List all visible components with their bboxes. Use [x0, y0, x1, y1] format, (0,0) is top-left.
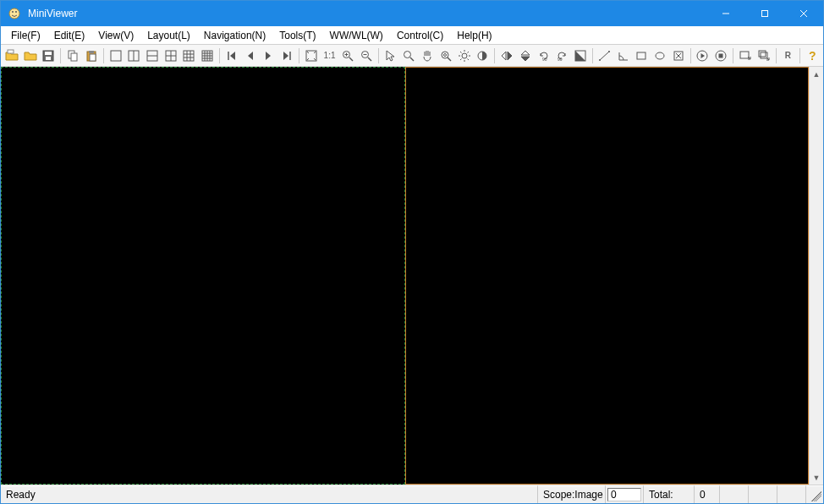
scroll-down-icon[interactable]: ▼ — [810, 470, 823, 485]
svg-point-48 — [442, 52, 448, 58]
status-ready: Ready — [1, 485, 538, 503]
layout-2x1-icon[interactable] — [143, 47, 162, 65]
zoom-tool-icon[interactable] — [400, 47, 419, 65]
statusbar: Ready Scope:Image 0 Total: 0 — [1, 485, 823, 503]
svg-point-0 — [9, 8, 19, 19]
annotate-rect-icon[interactable] — [632, 47, 651, 65]
scroll-up-icon[interactable]: ▲ — [810, 67, 823, 81]
menu-file[interactable]: File(F) — [4, 28, 47, 43]
svg-rect-7 — [8, 50, 14, 53]
menu-view[interactable]: View(V) — [91, 28, 140, 43]
help-icon[interactable]: ? — [803, 47, 821, 65]
menu-tools[interactable]: Tools(T) — [272, 28, 322, 43]
status-box-1 — [720, 485, 749, 503]
svg-text:90: 90 — [558, 57, 563, 62]
delete-annotation-icon[interactable] — [669, 47, 688, 65]
app-title: MiniViewer — [28, 8, 77, 19]
menu-help[interactable]: Help(H) — [450, 28, 498, 43]
window-buttons — [706, 1, 823, 26]
status-total-value: 0 — [695, 485, 720, 503]
app-icon — [8, 7, 21, 20]
paste-icon[interactable] — [82, 47, 101, 65]
measure-line-icon[interactable] — [596, 47, 614, 65]
nav-first-icon[interactable] — [222, 47, 241, 65]
menu-edit[interactable]: Edit(E) — [47, 28, 92, 43]
svg-point-1 — [12, 11, 14, 13]
layout-3x3-icon[interactable] — [180, 47, 199, 65]
status-box-2 — [749, 485, 777, 503]
menu-navigation[interactable]: Navigation(N) — [197, 28, 272, 43]
svg-rect-77 — [761, 52, 767, 58]
status-box-3 — [777, 485, 806, 503]
svg-point-46 — [404, 51, 411, 58]
layout-1x1-icon[interactable] — [107, 47, 125, 65]
svg-line-49 — [448, 58, 451, 61]
minimize-button[interactable] — [706, 1, 745, 26]
svg-line-47 — [410, 58, 414, 61]
nav-next-icon[interactable] — [260, 47, 278, 65]
open-folder-icon[interactable] — [21, 47, 40, 65]
svg-rect-14 — [89, 51, 94, 53]
svg-rect-16 — [111, 51, 121, 61]
fit-window-icon[interactable] — [302, 47, 321, 65]
svg-line-44 — [368, 58, 371, 61]
stop-icon[interactable] — [711, 47, 730, 65]
contrast-icon[interactable] — [474, 47, 492, 65]
export-series-icon[interactable] — [755, 47, 773, 65]
image-pane-right[interactable] — [405, 67, 810, 485]
zoom-in-icon[interactable] — [338, 47, 357, 65]
svg-rect-4 — [762, 11, 768, 17]
svg-text:90: 90 — [542, 57, 547, 62]
image-panes — [1, 67, 809, 485]
maximize-button[interactable] — [745, 1, 784, 26]
status-scope-value: 0 — [607, 488, 641, 501]
menu-wwwl[interactable]: WW/WL(W) — [323, 28, 390, 43]
svg-rect-76 — [759, 51, 766, 57]
vertical-scrollbar[interactable]: ▲ ▼ — [809, 67, 823, 485]
layout-4x4-icon[interactable] — [198, 47, 217, 65]
svg-rect-10 — [46, 57, 51, 60]
flip-horizontal-icon[interactable] — [497, 47, 516, 65]
svg-point-66 — [608, 51, 610, 52]
svg-point-51 — [462, 53, 467, 58]
svg-line-59 — [467, 52, 469, 53]
nav-last-icon[interactable] — [277, 47, 296, 65]
status-scope-value-cell: 0 — [606, 485, 644, 503]
svg-text:?: ? — [809, 49, 816, 63]
menu-layout[interactable]: Layout(L) — [140, 28, 197, 43]
svg-rect-15 — [90, 54, 96, 61]
resize-grip[interactable] — [806, 485, 823, 503]
play-icon[interactable] — [694, 47, 712, 65]
pointer-icon[interactable] — [382, 47, 400, 65]
invert-icon[interactable] — [571, 47, 590, 65]
status-scope-label: Scope:Image — [538, 485, 606, 503]
rotate-ccw-icon[interactable]: 90 — [535, 47, 553, 65]
reset-button[interactable]: R — [778, 47, 797, 65]
rotate-cw-icon[interactable]: 90 — [552, 47, 571, 65]
pan-icon[interactable] — [418, 47, 437, 65]
export-image-icon[interactable] — [736, 47, 755, 65]
close-button[interactable] — [784, 1, 823, 26]
menubar: File(F) Edit(E) View(V) Layout(L) Naviga… — [1, 26, 823, 45]
zoom-1-1-button[interactable]: 1:1 — [321, 47, 339, 65]
layout-1x2-icon[interactable] — [124, 47, 143, 65]
content-area: ▲ ▼ — [1, 67, 823, 485]
zoom-out-icon[interactable] — [357, 47, 376, 65]
svg-line-56 — [460, 52, 462, 53]
save-icon[interactable] — [39, 47, 58, 65]
svg-rect-67 — [637, 52, 645, 59]
layout-2x2-icon[interactable] — [162, 47, 180, 65]
open-dicomdir-icon[interactable] — [3, 47, 21, 65]
copy-icon[interactable] — [63, 47, 82, 65]
scroll-track[interactable] — [810, 81, 823, 470]
annotate-ellipse-icon[interactable] — [651, 47, 669, 65]
brightness-icon[interactable] — [455, 47, 474, 65]
svg-rect-9 — [45, 52, 52, 55]
nav-prev-icon[interactable] — [241, 47, 260, 65]
magnify-region-icon[interactable] — [437, 47, 455, 65]
measure-angle-icon[interactable] — [614, 47, 633, 65]
menu-control[interactable]: Control(C) — [390, 28, 450, 43]
image-pane-left[interactable] — [1, 67, 405, 485]
flip-vertical-icon[interactable] — [516, 47, 535, 65]
svg-point-50 — [443, 53, 446, 56]
